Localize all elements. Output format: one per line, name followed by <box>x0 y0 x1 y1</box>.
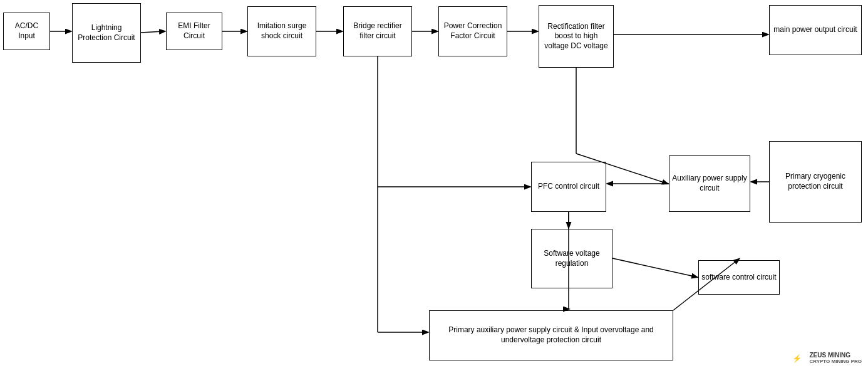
circuit-diagram: AC/DC Input Lightning Protection Circuit… <box>0 0 868 373</box>
box-power-correction: Power Correction Factor Circuit <box>438 6 507 56</box>
svg-line-14 <box>612 258 697 277</box>
box-rectification: Rectification filter boost to high volta… <box>539 5 614 68</box>
logo-brand: ZEUS MINING <box>809 352 862 359</box>
box-emi: EMI Filter Circuit <box>166 13 222 50</box>
box-ac-dc: AC/DC Input <box>3 13 50 50</box>
box-primary-aux: Primary auxiliary power supply circuit &… <box>429 310 673 360</box>
box-pfc-control: PFC control circuit <box>531 162 606 212</box>
svg-text:⚡: ⚡ <box>792 354 802 363</box>
box-main-power: main power output circuit <box>769 5 862 55</box>
box-software-control: software control circuit <box>698 260 780 295</box>
box-auxiliary: Auxiliary power supply circuit <box>669 155 750 212</box>
svg-line-1 <box>141 31 165 33</box>
zeus-logo-icon: ⚡ <box>788 349 805 367</box>
box-software-voltage: Software voltage regulation <box>531 229 612 288</box>
logo: ⚡ ZEUS MINING CRYPTO MINING PRO <box>788 349 862 367</box>
box-imitation: Imitation surge shock circuit <box>247 6 316 56</box>
box-lightning: Lightning Protection Circuit <box>72 3 141 63</box>
logo-sub: CRYPTO MINING PRO <box>809 359 862 364</box>
box-bridge: Bridge rectifier filter circuit <box>343 6 412 56</box>
box-primary-cryo: Primary cryogenic protection circuit <box>769 141 862 223</box>
